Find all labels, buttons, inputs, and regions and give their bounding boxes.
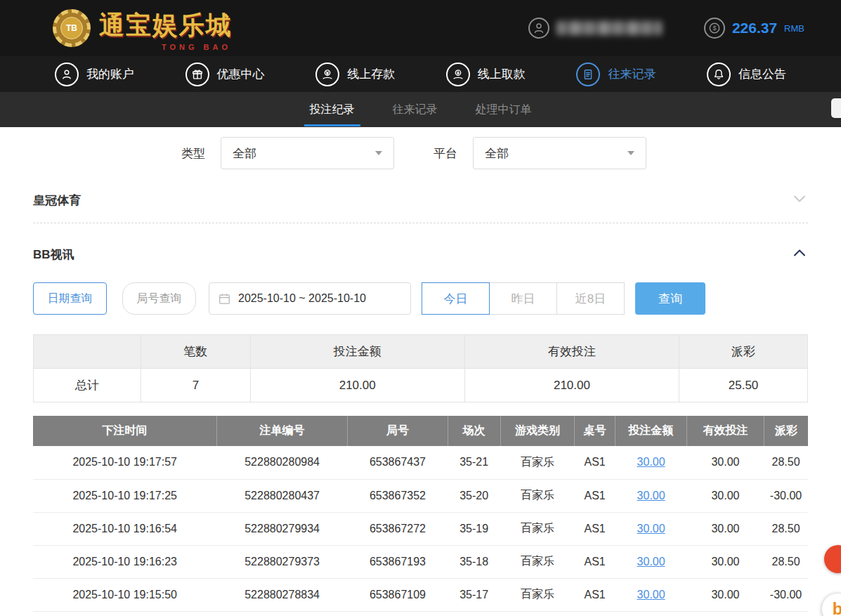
brand-name-cn: 通宝娱乐城 xyxy=(99,8,233,43)
search-button[interactable]: 查询 xyxy=(635,282,705,315)
nav-item-transaction-records[interactable]: 往来记录 xyxy=(576,63,656,86)
casino-chip-icon: TB xyxy=(53,9,91,47)
nav-item-deposit[interactable]: 线上存款 xyxy=(315,63,395,86)
floating-widget-partial[interactable] xyxy=(831,98,841,118)
username-blurred xyxy=(556,21,662,35)
cell-order_no: 522880278834 xyxy=(216,578,347,611)
cell-valid: 30.00 xyxy=(687,446,764,479)
type-select[interactable]: 全部 xyxy=(221,137,394,169)
cell-bet[interactable]: 30.00 xyxy=(615,512,687,545)
currency-label: RMB xyxy=(784,23,804,34)
table-row: 2025-10-10 19:16:23522880279373653867193… xyxy=(33,545,808,578)
summary-header-bet-amount: 投注金额 xyxy=(250,335,464,369)
brand-logo[interactable]: TB 通宝娱乐城 TONG BAO xyxy=(53,8,233,48)
nav-label: 线上取款 xyxy=(478,66,526,82)
sub-tab-bar: 投注纪录 往来记录 处理中订单 xyxy=(0,92,841,127)
cell-payout: -30.00 xyxy=(764,479,808,512)
content-area: 类型 全部 平台 全部 皇冠体育 BB视讯 日期查询 xyxy=(0,127,841,612)
section-crown-sports[interactable]: 皇冠体育 xyxy=(33,190,808,210)
today-button[interactable]: 今日 xyxy=(422,282,490,315)
gift-icon xyxy=(185,63,209,86)
table-row: 2025-10-10 19:17:25522880280437653867352… xyxy=(33,479,808,512)
platform-select[interactable]: 全部 xyxy=(473,137,646,169)
date-range-input[interactable]: 2025-10-10 ~ 2025-10-10 xyxy=(209,282,411,315)
cell-game: 百家乐 xyxy=(500,446,575,479)
bet-records-table: 下注时间 注单编号 局号 场次 游戏类别 桌号 投注金额 有效投注 派彩 202… xyxy=(33,416,808,612)
bet-amount-link[interactable]: 30.00 xyxy=(637,556,665,568)
summary-count: 7 xyxy=(141,369,250,402)
top-header: TB 通宝娱乐城 TONG BAO $ xyxy=(0,0,841,56)
col-round-no: 局号 xyxy=(348,416,448,446)
calendar-icon xyxy=(218,292,231,306)
cell-game: 百家乐 xyxy=(500,578,575,611)
table-row: 2025-10-10 19:16:54522880279934653867272… xyxy=(33,512,808,545)
cell-round_no: 653867272 xyxy=(348,512,448,545)
tab-pending-orders[interactable]: 处理中订单 xyxy=(473,92,535,127)
summary-header-row: 笔数 投注金额 有效投注 派彩 xyxy=(34,335,808,369)
cell-bet[interactable]: 30.00 xyxy=(615,545,687,578)
quick-range-group: 今日 昨日 近8日 xyxy=(422,282,625,315)
brand-name-en: TONG BAO xyxy=(162,43,231,51)
user-info[interactable] xyxy=(528,18,662,39)
deposit-icon xyxy=(315,63,339,86)
cell-round_no: 653867193 xyxy=(348,545,448,578)
nav-item-announcements[interactable]: 信息公告 xyxy=(707,63,786,86)
cell-valid: 30.00 xyxy=(687,512,764,545)
summary-valid-bet: 210.00 xyxy=(464,369,679,402)
query-bar: 日期查询 局号查询 2025-10-10 ~ 2025-10-10 今日 昨日 … xyxy=(33,282,808,315)
bet-amount-link[interactable]: 30.00 xyxy=(637,589,665,601)
chevron-up-icon[interactable] xyxy=(791,244,808,264)
cell-payout: 28.50 xyxy=(764,545,808,578)
cell-order_no: 522880279373 xyxy=(216,545,347,578)
cell-time: 2025-10-10 19:16:54 xyxy=(33,512,216,545)
balance-area[interactable]: $ 226.37 RMB xyxy=(704,18,804,39)
cell-bet[interactable]: 30.00 xyxy=(615,578,687,611)
cell-bet[interactable]: 30.00 xyxy=(615,446,687,479)
cell-game: 百家乐 xyxy=(500,479,575,512)
cell-time: 2025-10-10 19:17:57 xyxy=(33,446,216,479)
records-icon xyxy=(576,63,600,86)
page: TB 通宝娱乐城 TONG BAO $ xyxy=(0,0,841,616)
cell-bet[interactable]: 30.00 xyxy=(615,479,687,512)
account-icon xyxy=(55,63,79,86)
cell-order_no: 522880280984 xyxy=(216,446,347,479)
nav-label: 优惠中心 xyxy=(217,66,265,82)
cell-time: 2025-10-10 19:15:50 xyxy=(33,578,216,611)
chevron-down-icon xyxy=(375,151,382,155)
section-title: BB视讯 xyxy=(33,247,74,263)
cell-payout: 28.50 xyxy=(764,446,808,479)
tab-bet-records[interactable]: 投注纪录 xyxy=(307,92,358,127)
tab-transaction-records[interactable]: 往来记录 xyxy=(390,92,441,127)
svg-text:$: $ xyxy=(712,25,716,32)
round-query-button[interactable]: 局号查询 xyxy=(122,282,196,315)
section-divider xyxy=(33,223,808,223)
summary-header-valid-bet: 有效投注 xyxy=(464,335,679,369)
cell-session: 35-17 xyxy=(448,578,500,611)
main-nav: 我的账户 优惠中心 线上存款 线上取款 往来记录 xyxy=(0,56,841,92)
col-valid-bet: 有效投注 xyxy=(687,416,764,446)
nav-item-my-account[interactable]: 我的账户 xyxy=(55,63,134,86)
last-8-days-button[interactable]: 近8日 xyxy=(556,282,625,315)
summary-table: 笔数 投注金额 有效投注 派彩 总计 7 210.00 210.00 25.50 xyxy=(33,334,808,402)
yesterday-button[interactable]: 昨日 xyxy=(489,282,557,315)
date-query-button[interactable]: 日期查询 xyxy=(33,282,107,315)
table-row: 2025-10-10 19:17:57522880280984653867437… xyxy=(33,446,808,479)
cell-payout: -30.00 xyxy=(764,578,808,611)
bet-amount-link[interactable]: 30.00 xyxy=(637,456,665,468)
col-session: 场次 xyxy=(448,416,500,446)
bet-table-body: 2025-10-10 19:17:57522880280984653867437… xyxy=(33,446,808,611)
account-area: $ 226.37 RMB xyxy=(528,18,804,39)
nav-item-promotions[interactable]: 优惠中心 xyxy=(185,63,265,86)
summary-header-blank xyxy=(34,335,141,369)
summary-header-payout: 派彩 xyxy=(679,335,808,369)
cell-round_no: 653867352 xyxy=(348,479,448,512)
cell-table_no: AS1 xyxy=(575,578,615,611)
chevron-down-icon[interactable] xyxy=(791,190,808,210)
filter-row: 类型 全部 平台 全部 xyxy=(181,137,808,169)
col-payout: 派彩 xyxy=(764,416,808,446)
bet-amount-link[interactable]: 30.00 xyxy=(637,490,665,502)
section-bb-video[interactable]: BB视讯 xyxy=(33,244,808,264)
cell-payout: 28.50 xyxy=(764,512,808,545)
bet-amount-link[interactable]: 30.00 xyxy=(637,523,665,535)
nav-item-withdraw[interactable]: 线上取款 xyxy=(446,63,526,86)
